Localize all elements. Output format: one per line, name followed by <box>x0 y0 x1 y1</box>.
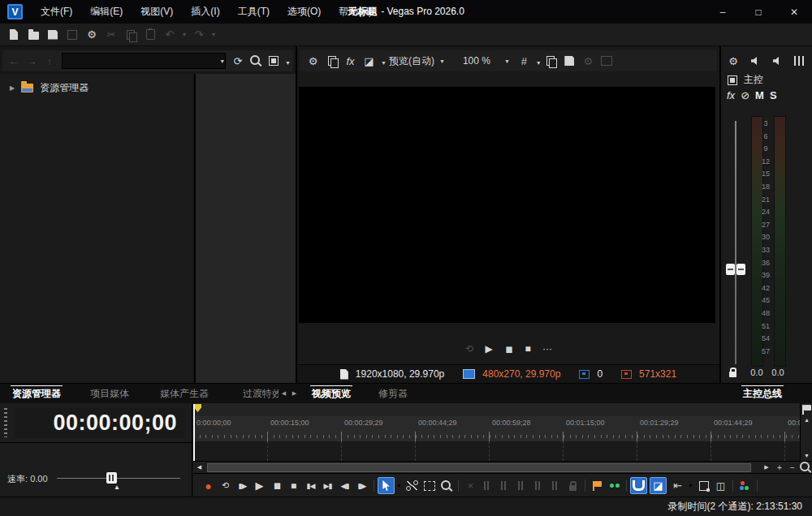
zoom-tool-button[interactable] <box>799 462 812 473</box>
volume-fader-track[interactable] <box>735 121 736 364</box>
preview-quality-select[interactable]: 预览(自动) <box>389 54 434 68</box>
auto-ripple-button[interactable]: ⇤ <box>669 477 686 494</box>
mixer-view-button[interactable] <box>792 54 806 68</box>
play-button[interactable]: ▶ <box>251 477 268 494</box>
lock-icon[interactable] <box>729 372 736 377</box>
grid-overlay-button[interactable]: # <box>515 52 533 70</box>
forward-button[interactable]: → <box>23 52 41 70</box>
back-button[interactable]: ← <box>5 52 23 70</box>
menu-view[interactable]: 视图(V) <box>132 0 182 24</box>
views-button[interactable] <box>265 52 283 70</box>
menu-file[interactable]: 文件(F) <box>32 0 81 24</box>
video-fx-button[interactable]: fx <box>341 52 360 70</box>
tab-project-media[interactable]: 项目媒体 <box>81 384 138 403</box>
zoom-out-button[interactable]: − <box>786 462 799 473</box>
scrollbar-thumb[interactable] <box>207 463 751 472</box>
mute-button[interactable]: M <box>755 89 764 101</box>
save-snapshot-button[interactable] <box>560 52 579 70</box>
go-to-end-button[interactable]: ▶▮ <box>319 477 336 494</box>
menu-insert[interactable]: 插入(I) <box>182 0 228 24</box>
auto-crossfade-button[interactable]: ◪ <box>650 477 667 494</box>
tab-video-preview[interactable]: 视频预览 <box>303 384 360 403</box>
marker-lane[interactable] <box>193 403 800 417</box>
properties-button[interactable]: ⚙ <box>82 25 102 44</box>
cut-button[interactable]: ✂ <box>102 25 121 44</box>
playhead-cursor[interactable] <box>193 404 195 461</box>
views-dropdown[interactable]: ▼ <box>283 54 291 68</box>
marker-tool-button[interactable] <box>801 403 812 415</box>
scroll-left-button[interactable]: ◀ <box>193 462 205 473</box>
explorer-file-list[interactable] <box>194 74 296 383</box>
menu-edit[interactable]: 编辑(E) <box>81 0 132 24</box>
chevron-down-icon[interactable]: ▼ <box>439 58 445 64</box>
external-monitor-button[interactable] <box>322 52 341 70</box>
timecode-display[interactable]: 00:00:00;00 <box>15 407 185 438</box>
tree-item-explorer[interactable]: ▶ 资源管理器 <box>0 74 192 95</box>
redo-button[interactable]: ↷ <box>189 25 209 44</box>
previous-frame-button[interactable]: ◀▮ <box>336 477 353 494</box>
start-marker-icon[interactable] <box>194 404 201 412</box>
tab-scroll-left[interactable]: ◀ <box>279 385 289 402</box>
tab-explorer[interactable]: 资源管理器 <box>3 384 70 403</box>
maximize-button[interactable]: □ <box>741 0 776 24</box>
preview-pause-button[interactable]: ▮▮ <box>500 341 516 357</box>
menu-options[interactable]: 选项(O) <box>279 0 330 24</box>
insert-marker-button[interactable] <box>589 477 606 494</box>
zoom-edit-tool-button[interactable] <box>438 477 455 494</box>
save-button[interactable] <box>43 25 63 44</box>
bus-routing-icon[interactable] <box>728 75 737 85</box>
mixer-button[interactable] <box>736 477 754 494</box>
audio-device-button[interactable] <box>748 54 762 68</box>
refresh-button[interactable]: ⟳ <box>229 52 247 70</box>
tab-master-bus[interactable]: 主控总线 <box>734 384 791 403</box>
expander-icon[interactable]: ▶ <box>10 84 15 92</box>
preview-more-button[interactable]: ··· <box>539 341 555 357</box>
record-button[interactable]: ● <box>200 477 217 494</box>
lock-event-button[interactable] <box>564 477 581 494</box>
zoom-in-button[interactable]: + <box>773 462 786 473</box>
delete-button[interactable]: × <box>462 477 479 494</box>
split-screen-dropdown[interactable]: ▼ <box>378 54 387 68</box>
pause-button[interactable]: ▮▮ <box>268 477 285 494</box>
media-preview-button[interactable] <box>247 52 265 70</box>
grid-overlay-dropdown[interactable]: ▼ <box>533 54 542 68</box>
minimize-button[interactable]: – <box>705 0 741 24</box>
scroll-right-button[interactable]: ▶ <box>760 462 773 473</box>
rate-slider-handle[interactable] <box>106 472 117 484</box>
new-project-button[interactable] <box>4 25 24 44</box>
rate-reset-arrow-icon[interactable]: ▲ <box>114 484 120 491</box>
selection-tool-button[interactable] <box>421 477 438 494</box>
go-to-start-button[interactable]: ▮◀ <box>302 477 319 494</box>
downmix-button[interactable] <box>770 54 784 68</box>
zoom-level-value[interactable]: 100 % <box>463 55 490 67</box>
menu-tools[interactable]: 工具(T) <box>229 0 279 24</box>
preview-loop-button[interactable]: ⟲ <box>461 341 477 357</box>
tab-trimmer[interactable]: 修剪器 <box>369 384 417 403</box>
volume-fader-handle[interactable] <box>726 264 745 275</box>
preview-stop-button[interactable]: ■ <box>520 341 536 357</box>
snap-toggle-button[interactable] <box>630 477 647 494</box>
open-button[interactable] <box>24 25 43 44</box>
tab-media-generators[interactable]: 媒体产生器 <box>151 384 218 403</box>
tab-transitions[interactable]: 过渡特效 <box>234 384 279 403</box>
track-list[interactable] <box>193 441 800 461</box>
copy-snapshot-button[interactable] <box>542 52 560 70</box>
split-screen-button[interactable]: ◪ <box>360 52 378 70</box>
edit-tool-dropdown[interactable]: ▼ <box>395 477 404 494</box>
scroll-up-button[interactable]: ▼ <box>801 415 812 426</box>
overlay-button[interactable] <box>598 52 616 70</box>
share-button[interactable] <box>63 25 82 44</box>
play-from-start-button[interactable]: ▮▶ <box>234 477 251 494</box>
edit-tool-button[interactable] <box>378 477 395 494</box>
stop-button[interactable]: ■ <box>285 477 302 494</box>
slip-trim-button[interactable] <box>547 477 564 494</box>
trim-end-button[interactable] <box>496 477 513 494</box>
lock-envelopes-button[interactable] <box>695 477 712 494</box>
loop-region-button[interactable]: ⚙ <box>579 52 598 70</box>
preview-settings-button[interactable]: ⚙ <box>304 52 322 70</box>
up-button[interactable]: ↑ <box>41 52 58 70</box>
zoom-dropdown[interactable]: ▼ <box>504 58 510 64</box>
fx-button[interactable]: fx <box>727 89 735 101</box>
preview-play-button[interactable]: ▶ <box>481 341 497 357</box>
tab-scroll-right[interactable]: ▶ <box>289 385 300 402</box>
